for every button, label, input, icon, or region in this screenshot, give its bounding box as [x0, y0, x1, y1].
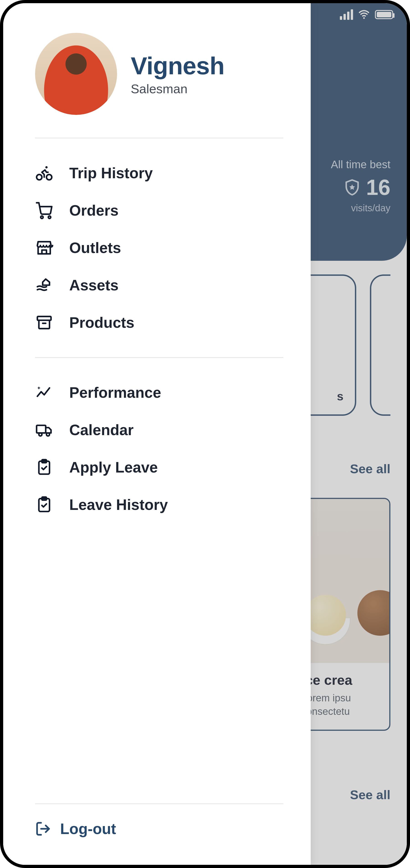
stat-value: 16 — [366, 175, 390, 200]
menu-item-label: Calendar — [69, 421, 134, 439]
menu-item-products[interactable]: Products — [35, 304, 283, 341]
see-all-link[interactable]: See all — [350, 461, 390, 476]
avatar — [35, 33, 117, 115]
product-title: Ice crea — [301, 672, 381, 688]
profile-role: Salesman — [131, 82, 225, 96]
svg-point-4 — [48, 216, 51, 219]
menu-item-label: Products — [69, 314, 134, 331]
svg-point-8 — [46, 433, 49, 436]
divider — [35, 138, 283, 138]
svg-rect-6 — [37, 425, 46, 433]
svg-point-2 — [46, 175, 52, 180]
menu-item-label: Outlets — [69, 239, 121, 256]
signal-icon — [340, 9, 353, 20]
menu-group-secondary: Performance Calendar — [35, 374, 283, 539]
menu-item-label: Apply Leave — [69, 459, 158, 476]
menu-item-apply-leave[interactable]: Apply Leave — [35, 448, 283, 486]
menu-item-orders[interactable]: Orders — [35, 192, 283, 229]
device-frame: All time best 16 visits/day s — [0, 0, 410, 868]
menu-item-performance[interactable]: Performance — [35, 374, 283, 411]
profile-header[interactable]: Vignesh Salesman — [35, 33, 283, 138]
menu-item-trip-history[interactable]: Trip History — [35, 154, 283, 192]
logout-button[interactable]: Log-out — [35, 804, 283, 837]
nav-drawer: Vignesh Salesman Trip History — [3, 3, 311, 865]
menu-item-label: Orders — [69, 202, 118, 219]
quick-card-peek[interactable] — [370, 274, 390, 416]
menu: Trip History Orders — [35, 154, 283, 539]
status-bar — [340, 9, 393, 21]
wifi-icon — [358, 9, 370, 21]
svg-rect-5 — [37, 316, 51, 320]
assets-icon — [35, 276, 53, 294]
logout-icon — [35, 821, 51, 837]
menu-item-label: Leave History — [69, 496, 168, 513]
header-stat: All time best 16 visits/day — [331, 158, 390, 214]
product-desc-line: Lorem ipsu — [301, 691, 381, 705]
menu-item-calendar[interactable]: Calendar — [35, 411, 283, 448]
menu-item-leave-history[interactable]: Leave History — [35, 486, 283, 523]
clipboard-check-icon — [35, 458, 53, 476]
stat-unit: visits/day — [331, 203, 390, 214]
menu-item-label: Assets — [69, 277, 118, 294]
logout-label: Log-out — [60, 820, 116, 837]
spacer — [35, 539, 283, 804]
product-desc-line: consectetu — [301, 705, 381, 718]
van-icon — [35, 421, 53, 439]
menu-item-label: Trip History — [69, 164, 153, 182]
svg-point-7 — [39, 433, 42, 436]
battery-icon — [375, 10, 393, 19]
menu-item-assets[interactable]: Assets — [35, 267, 283, 304]
see-all-link[interactable]: See all — [350, 787, 390, 802]
storefront-icon — [35, 239, 53, 257]
bicycle-icon — [35, 164, 53, 182]
svg-point-3 — [41, 216, 43, 219]
cart-icon — [35, 201, 53, 219]
profile-name: Vignesh — [131, 52, 225, 80]
trend-icon — [35, 383, 53, 402]
menu-group-primary: Trip History Orders — [35, 154, 283, 357]
stat-label: All time best — [331, 158, 390, 171]
svg-point-1 — [37, 175, 42, 180]
menu-item-label: Performance — [69, 384, 161, 401]
divider — [35, 357, 283, 358]
menu-item-outlets[interactable]: Outlets — [35, 229, 283, 267]
clipboard-check-icon — [35, 496, 53, 514]
shield-star-icon — [343, 179, 361, 196]
svg-point-0 — [363, 17, 365, 19]
archive-icon — [35, 313, 53, 332]
